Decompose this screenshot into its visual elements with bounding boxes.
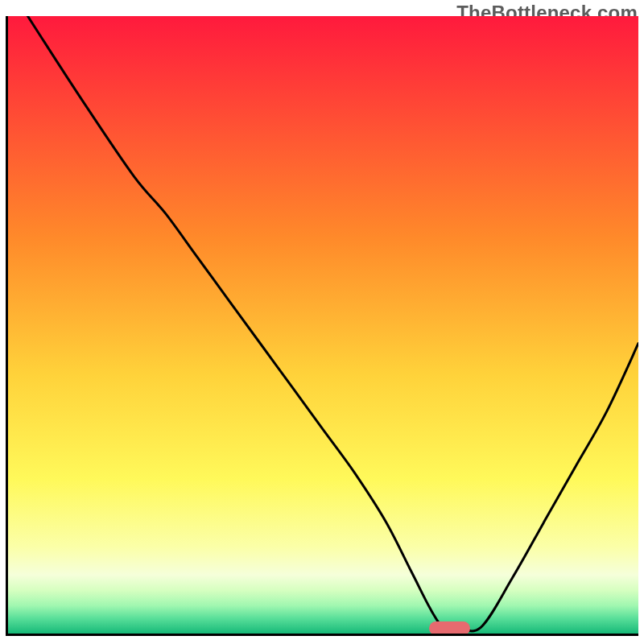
bottleneck-curve: [8, 16, 638, 634]
chart-frame: TheBottleneck.com: [0, 0, 644, 644]
plot-area: [6, 16, 638, 636]
optimal-marker: [429, 621, 470, 635]
